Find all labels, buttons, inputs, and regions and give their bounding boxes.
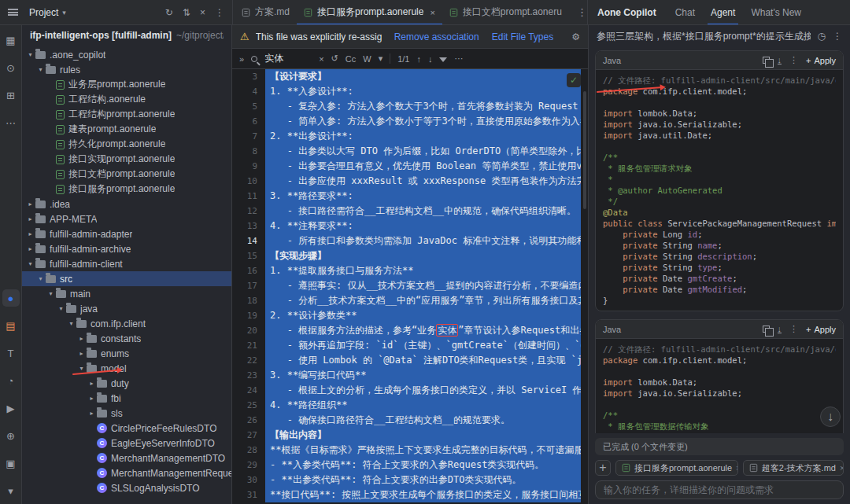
chevron-down-icon[interactable]: ▾ (56, 305, 66, 312)
editor-line-25[interactable]: 254. **路径组织** (232, 398, 588, 413)
editor-line-28[interactable]: 28**根据《目标需求》严格按照上下文要求生成完整的目标代码，不可遗漏服务代码， (232, 443, 588, 458)
tree-item-MerchantManagementDTO[interactable]: CMerchantManagementDTO (22, 451, 231, 465)
close-icon[interactable]: × (200, 7, 205, 18)
editor-line-24[interactable]: 24 - 根据上文的分析，生成每个服务接口的类定义，并以 ServiceI 作为… (232, 383, 588, 398)
remove-chip-icon[interactable]: × (736, 463, 738, 473)
tree-item-constants[interactable]: ▸constants (22, 331, 231, 346)
add-context-button[interactable]: + (595, 460, 611, 476)
tree-item-sls[interactable]: ▸sls (22, 406, 231, 421)
vcs-update-icon[interactable]: ⇅ (183, 7, 190, 18)
kebab-menu-icon[interactable]: ⋮ (789, 324, 798, 334)
close-tab-icon[interactable]: × (430, 8, 434, 17)
editor-tab-方案.md[interactable]: 方案.md (235, 0, 297, 24)
copilot-icon[interactable]: ● (2, 289, 20, 307)
tree-item-main[interactable]: ▾main (22, 286, 231, 301)
editor-line-4[interactable]: 41. **入参设计**: (232, 84, 588, 99)
completion-status-bar[interactable]: 已完成 (0 个文件变更) (595, 438, 844, 455)
inspections-ok-icon[interactable]: ✓ (567, 73, 581, 87)
editor-line-23[interactable]: 233. **编写接口代码** (232, 368, 588, 383)
kebab-menu-icon[interactable]: ⋮ (833, 31, 842, 42)
editor-line-9[interactable]: 9 - 出参要合理且有意义，优先使用 Boolean 等简单类型，禁止使用voi… (232, 159, 588, 174)
sync-icon[interactable]: ↻ (165, 7, 173, 18)
structure-icon[interactable]: ⊞ (2, 86, 20, 104)
tree-item-业务层prompt.aonerule[interactable]: 业务层prompt.aonerule (22, 77, 231, 92)
collapse-icon[interactable]: ▾ (2, 482, 20, 499)
editor-line-10[interactable]: 10 - 出参应使用 xxxResult 或 xxxResponse 类型再包装… (232, 174, 588, 189)
commit-icon[interactable]: ⊙ (2, 59, 20, 76)
editor-line-18[interactable]: 18 - 分析__技术方案文档__中的“应用服务”章节，列出所有服务接口及其对应… (232, 293, 588, 308)
copilot-tab-Chat[interactable]: Chat (667, 0, 703, 24)
chevron-down-icon[interactable]: ▾ (46, 290, 56, 297)
gear-icon[interactable]: ⚙ (571, 31, 580, 42)
tree-item-CirclePriceFeeRulesDTO[interactable]: CCirclePriceFeeRulesDTO (22, 421, 231, 436)
terminal-icon[interactable]: ▣ (2, 454, 20, 472)
chevron-down-icon[interactable]: ▾ (35, 66, 46, 73)
apply-button[interactable]: +Apply (806, 56, 836, 65)
chevron-right-icon[interactable]: ▸ (25, 230, 35, 237)
copy-icon[interactable] (763, 57, 770, 64)
editor-line-8[interactable]: 8 - 出参类以大写 DTO 作为后缀，比如 OrderDTO（简单类型除外，比… (232, 144, 588, 159)
editor-line-16[interactable]: 161. **提取服务接口与服务方法** (232, 263, 588, 278)
chevron-right-icon[interactable]: ▸ (87, 410, 97, 417)
remove-association-link[interactable]: Remove association (394, 31, 479, 42)
search-query[interactable]: 实体 (264, 52, 312, 65)
tree-item-SLSLogAnalysisDTO[interactable]: CSLSLogAnalysisDTO (22, 480, 231, 495)
editor-line-15[interactable]: 15【实现步骤】 (232, 248, 588, 263)
editor-line-11[interactable]: 113. **路径要求**: (232, 189, 588, 204)
chevron-right-icon[interactable]: ▸ (87, 380, 97, 387)
copilot-tab-What's New[interactable]: What's New (743, 0, 809, 24)
search-options-chevron-icon[interactable]: ▾ (379, 53, 383, 64)
editor-line-27[interactable]: 27【输出内容】 (232, 428, 588, 443)
tree-item-model[interactable]: ▾model (22, 361, 231, 376)
editor-line-6[interactable]: 6 - 简单入参: 方法入参个数小于等于3个时，直接使用原始参数作为入参。 (232, 114, 588, 129)
tree-item-fulfill-admin-client[interactable]: ▾fulfill-admin-client (22, 256, 231, 271)
tree-item-com.ifp.client[interactable]: ▾com.ifp.client (22, 316, 231, 331)
whole-words-toggle[interactable]: W (363, 54, 371, 64)
run-icon[interactable]: ▶ (2, 399, 20, 417)
prev-match-icon[interactable]: ↑ (416, 54, 421, 64)
project-icon[interactable]: ▦ (2, 31, 20, 49)
editor-line-12[interactable]: 12 - 接口路径需符合__工程结构文档__中的规范，确保代码组织清晰。 (232, 204, 588, 219)
search-history-icon[interactable]: ↺ (331, 53, 338, 64)
editor-line-7[interactable]: 72. **出参设计**: (232, 129, 588, 144)
tree-item-接口实现prompt.aonerule[interactable]: 接口实现prompt.aonerule (22, 152, 231, 167)
copy-icon[interactable] (763, 326, 770, 333)
more-tools-icon[interactable]: ⋯ (2, 114, 20, 131)
tree-item-工程结构prompt.aonerule[interactable]: 工程结构prompt.aonerule (22, 107, 231, 122)
editor-line-5[interactable]: 5 - 复杂入参: 方法入参个数大于3个时，首先将参数封装为 Request 后… (232, 99, 588, 114)
tree-item-工程结构.aonerule[interactable]: 工程结构.aonerule (22, 92, 231, 107)
clock-icon[interactable]: ◷ (818, 31, 826, 42)
expand-search-icon[interactable]: » (239, 54, 244, 64)
kebab-menu-icon[interactable]: ⋮ (789, 55, 798, 65)
editor-line-14[interactable]: 14 - 所有接口和参数类均需添加 JavaDoc 标准中文注释，说明其功能和用… (232, 234, 588, 248)
editor-line-3[interactable]: 3【设计要求】 (232, 69, 588, 84)
editor-tab-接口文档prompt.aoneru[interactable]: 接口文档prompt.aoneru (442, 0, 569, 24)
editor-line-31[interactable]: 31**接口代码**: 按照上文要求生成每个服务接口的类定义，服务接口间相互独立 (232, 487, 588, 502)
scroll-to-bottom-button[interactable]: ↓ (820, 407, 841, 427)
apply-button[interactable]: +Apply (806, 325, 836, 334)
editor-line-22[interactable]: 22 - 使用 Lombok 的 `@Data` 注解DTO类和Request类… (232, 353, 588, 368)
editor-tab-接口服务prompt.aonerule[interactable]: 接口服务prompt.aonerule× (297, 0, 442, 24)
kebab-menu-icon[interactable]: ⋮ (215, 7, 224, 18)
tree-item-enums[interactable]: ▸enums (22, 346, 231, 361)
tree-item-fbi[interactable]: ▸fbi (22, 391, 231, 406)
match-case-toggle[interactable]: Cc (346, 54, 356, 64)
editor-line-30[interactable]: 30- **出参类代码**: 符合上文要求的出参DTO类实现代码。 (232, 473, 588, 487)
tree-item-持久化prompt.aonerule[interactable]: 持久化prompt.aonerule (22, 137, 231, 152)
editor-scrollbar[interactable] (583, 91, 586, 209)
todo-icon[interactable]: T (2, 344, 20, 362)
insert-icon[interactable]: ↓ (778, 325, 782, 333)
tree-item-fulfill-admin-adapter[interactable]: ▸fulfill-admin-adapter (22, 226, 231, 241)
tree-item-fulfill-admin-archive[interactable]: ▸fulfill-admin-archive (22, 241, 231, 256)
next-match-icon[interactable]: ↓ (428, 54, 433, 64)
chevron-right-icon[interactable]: ▸ (76, 335, 87, 342)
more-icon[interactable]: ⋯ (454, 53, 463, 64)
copilot-tab-Agent[interactable]: Agent (703, 0, 743, 24)
chevron-right-icon[interactable]: ▸ (25, 245, 35, 252)
edit-file-types-link[interactable]: Edit File Types (492, 31, 553, 42)
editor-line-26[interactable]: 26 - 确保接口路径符合__工程结构文档__的规范要求。 (232, 413, 588, 428)
tree-item-src[interactable]: ▾src (22, 271, 231, 286)
tree-item-建表prompt.aonerule[interactable]: 建表prompt.aonerule (22, 122, 231, 137)
tree-item-java[interactable]: ▾java (22, 301, 231, 316)
filter-icon[interactable] (439, 57, 447, 62)
